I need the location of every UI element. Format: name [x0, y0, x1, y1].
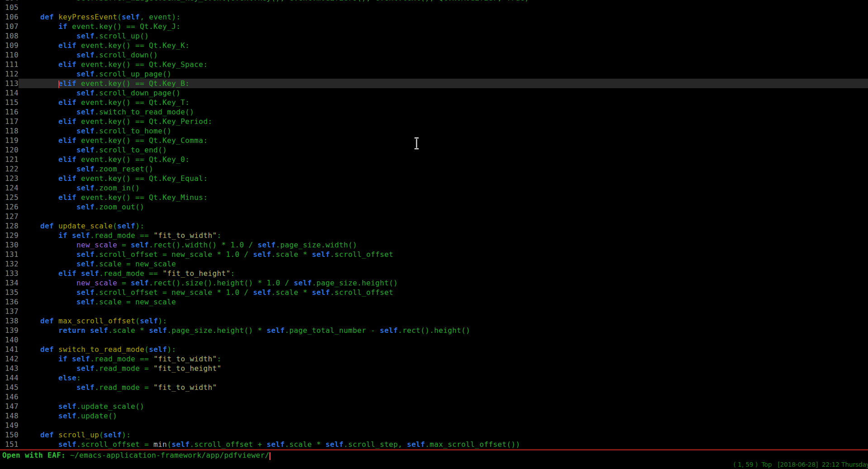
code-line[interactable]: 142 if self.read_mode == "fit_to_width": [0, 354, 868, 364]
code-line[interactable]: 118 self.scroll_to_home() [0, 126, 868, 136]
line-number: 145 [0, 383, 19, 392]
line-number: 119 [0, 136, 19, 145]
code-line[interactable]: 121 elif event.key() == Qt.Key_0: [0, 155, 868, 164]
code-line[interactable]: 146 [0, 392, 868, 402]
code-line[interactable]: 124 self.zoom_in() [0, 183, 868, 193]
line-number: 125 [0, 193, 19, 202]
code-line-text: def update_scale(self): [19, 221, 868, 231]
minibuffer[interactable]: Open with EAF: ~/emacs-application-frame… [0, 450, 868, 460]
code-line-text: self.scroll_down_page() [19, 88, 868, 98]
code-line[interactable]: 131 self.scroll_offset = new_scale * 1.0… [0, 250, 868, 259]
code-line[interactable]: 123 elif event.key() == Qt.Key_Equal: [0, 174, 868, 183]
line-number: 143 [0, 364, 19, 373]
code-line[interactable]: 114 self.scroll_down_page() [0, 88, 868, 98]
line-number: 115 [0, 98, 19, 107]
code-line-text: self.scroll_offset = new_scale * 1.0 / s… [19, 250, 868, 259]
code-line[interactable]: 108 self.scroll_up() [0, 31, 868, 41]
code-line-text: def keyPressEvent(self, event): [19, 12, 868, 22]
line-number: 131 [0, 250, 19, 259]
code-line-text: self.scroll_offset = new_scale * 1.0 / s… [19, 288, 868, 297]
code-line-text: self.scroll_up_page() [19, 69, 868, 79]
code-line[interactable]: 145 self.read_mode = "fit_to_width" [0, 383, 868, 392]
code-line-text: self.update() [19, 411, 868, 421]
code-line-text: self.scroll_offset = min(self.scroll_off… [19, 440, 868, 449]
code-line[interactable]: 137 [0, 307, 868, 316]
code-line[interactable]: 133 elif self.read_mode == "fit_to_heigh… [0, 269, 868, 278]
code-line[interactable]: 136 self.scale = new_scale [0, 297, 868, 307]
line-number: 123 [0, 174, 19, 183]
code-line[interactable]: 113 elif event.key() == Qt.Key_B: [0, 79, 868, 88]
line-number: 114 [0, 88, 19, 98]
line-number: 124 [0, 183, 19, 193]
code-line[interactable]: 125 elif event.key() == Qt.Key_Minus: [0, 193, 868, 202]
line-number: 121 [0, 155, 19, 164]
code-line[interactable]: 122 self.zoom_reset() [0, 164, 868, 174]
code-line-text: elif self.read_mode == "fit_to_height": [19, 269, 868, 278]
line-number: 128 [0, 221, 19, 231]
code-line-text: def switch_to_read_mode(self): [19, 345, 868, 354]
code-line-text: self.zoom_out() [19, 202, 868, 212]
code-line[interactable]: 140 [0, 335, 868, 345]
code-line[interactable]: 120 self.scroll_to_end() [0, 145, 868, 155]
code-line[interactable]: 110 self.scroll_down() [0, 50, 868, 60]
code-line-text: elif event.key() == Qt.Key_Period: [19, 117, 868, 126]
line-number: 110 [0, 50, 19, 60]
line-number: 133 [0, 269, 19, 278]
code-line-text: self.scroll_up() [19, 31, 868, 41]
code-line[interactable]: 147 self.update_scale() [0, 402, 868, 411]
code-line[interactable]: 126 self.zoom_out() [0, 202, 868, 212]
code-line[interactable]: 111 elif event.key() == Qt.Key_Space: [0, 60, 868, 69]
code-line[interactable]: 144 else: [0, 373, 868, 383]
code-line[interactable]: 138 def max_scroll_offset(self): [0, 316, 868, 326]
code-line[interactable]: 141 def switch_to_read_mode(self): [0, 345, 868, 354]
code-line[interactable]: 151 self.scroll_offset = min(self.scroll… [0, 440, 868, 449]
code-line[interactable]: 129 if self.read_mode == "fit_to_width": [0, 231, 868, 240]
code-line[interactable]: 107 if event.key() == Qt.Key_J: [0, 22, 868, 31]
code-line[interactable]: 150 def scroll_up(self): [0, 430, 868, 440]
line-number: 136 [0, 297, 19, 307]
code-line[interactable]: 115 elif event.key() == Qt.Key_T: [0, 98, 868, 107]
modeline-position-info: ( 1, 59 ) Top [2018-06-28] 22:12 Thursda… [734, 460, 868, 469]
text-cursor [58, 81, 59, 88]
code-line-text: self.switch_to_read_mode() [19, 107, 868, 117]
line-number: 108 [0, 31, 19, 41]
line-number: 142 [0, 354, 19, 364]
code-lines: 104 self.buffer_widget.send_key_event(ev… [0, 0, 868, 449]
code-line[interactable]: 106 def keyPressEvent(self, event): [0, 12, 868, 22]
code-line[interactable]: 149 [0, 421, 868, 430]
code-line-text: elif event.key() == Qt.Key_Comma: [19, 136, 868, 145]
code-line[interactable]: 112 self.scroll_up_page() [0, 69, 868, 79]
code-line[interactable]: 119 elif event.key() == Qt.Key_Comma: [0, 136, 868, 145]
code-line-text: self.scale = new_scale [19, 259, 868, 269]
code-line[interactable]: 116 self.switch_to_read_mode() [0, 107, 868, 117]
echo-area: Open with EAF: ~/emacs-application-frame… [0, 450, 868, 469]
code-line[interactable]: 148 self.update() [0, 411, 868, 421]
line-number: 147 [0, 402, 19, 411]
code-line[interactable]: 135 self.scroll_offset = new_scale * 1.0… [0, 288, 868, 297]
minibuffer-input[interactable]: ~/emacs-application-framework/app/pdfvie… [70, 451, 269, 460]
code-line-text: elif event.key() == Qt.Key_K: [19, 41, 868, 50]
code-line[interactable]: 117 elif event.key() == Qt.Key_Period: [0, 117, 868, 126]
line-number: 107 [0, 22, 19, 31]
line-number: 118 [0, 126, 19, 136]
line-number: 134 [0, 278, 19, 288]
code-line[interactable]: 139 return self.scale * self.page_size.h… [0, 326, 868, 335]
code-line[interactable]: 130 new_scale = self.rect().width() * 1.… [0, 240, 868, 250]
code-line[interactable]: 134 new_scale = self.rect().size().heigh… [0, 278, 868, 288]
code-line[interactable]: 105 [0, 3, 868, 12]
code-line-text [19, 421, 868, 430]
code-line[interactable]: 143 self.read_mode = "fit_to_height" [0, 364, 868, 373]
code-line-text: self.zoom_reset() [19, 164, 868, 174]
code-line[interactable]: 127 [0, 212, 868, 221]
code-line-text: elif event.key() == Qt.Key_Equal: [19, 174, 868, 183]
code-line-text: self.zoom_in() [19, 183, 868, 193]
line-number: 129 [0, 231, 19, 240]
code-line-text: new_scale = self.rect().size().height() … [19, 278, 868, 288]
line-number: 127 [0, 212, 19, 221]
line-number: 120 [0, 145, 19, 155]
code-line[interactable]: 132 self.scale = new_scale [0, 259, 868, 269]
code-line-text: else: [19, 373, 868, 383]
code-line[interactable]: 128 def update_scale(self): [0, 221, 868, 231]
code-buffer[interactable]: 104 self.buffer_widget.send_key_event(ev… [0, 0, 868, 450]
code-line[interactable]: 109 elif event.key() == Qt.Key_K: [0, 41, 868, 50]
